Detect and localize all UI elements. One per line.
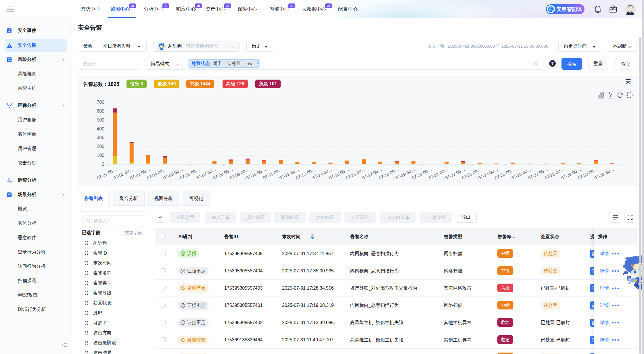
- svg-text:400: 400: [97, 126, 104, 131]
- svg-text:700: 700: [97, 100, 104, 105]
- svg-text:0: 0: [102, 162, 104, 167]
- svg-text:600: 600: [97, 109, 104, 113]
- svg-text:300: 300: [97, 135, 104, 140]
- svg-text:500: 500: [97, 118, 104, 122]
- svg-text:100: 100: [97, 153, 104, 158]
- svg-text:200: 200: [97, 144, 104, 149]
